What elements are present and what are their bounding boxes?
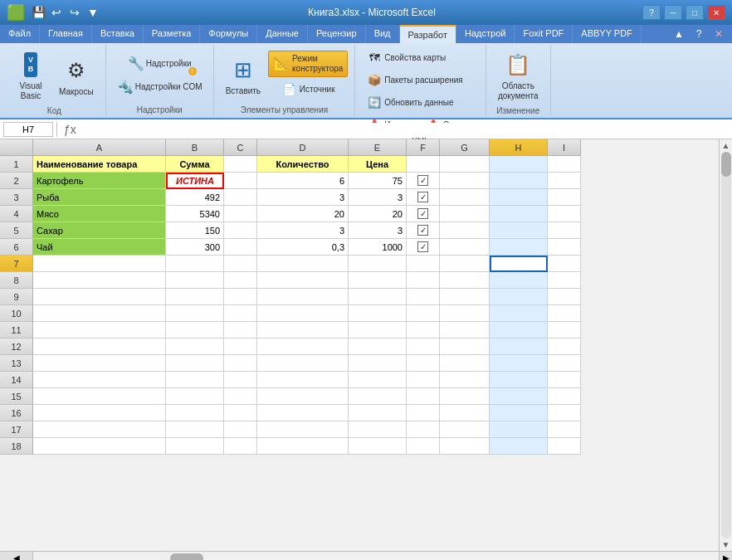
tab-view[interactable]: Вид [366,25,400,43]
cell-g6[interactable] [440,239,490,256]
cell-i1[interactable] [548,156,581,173]
cell-g3[interactable] [440,189,490,206]
cell-a2[interactable]: Картофель [33,173,166,189]
cell-e8[interactable] [349,272,407,289]
tab-data[interactable]: Данные [257,25,308,43]
close-ribbon[interactable]: ✕ [710,26,727,42]
tab-layout[interactable]: Разметка [144,25,201,43]
cell-e5[interactable]: 3 [349,222,407,239]
cell-e6[interactable]: 1000 [349,239,407,256]
cell-h2[interactable] [490,173,548,189]
customize-button[interactable]: ▼ [85,4,101,21]
row-num-18[interactable]: 18 [0,438,33,455]
scroll-up-arrow[interactable]: ▲ [722,141,730,150]
checkbox-f2[interactable] [417,175,428,186]
cell-a1[interactable]: Наименование товара [33,156,166,173]
cell-f3[interactable] [407,189,440,206]
ribbon-toggle[interactable]: ▲ [671,26,687,42]
com-addons-button[interactable]: 🔩 Надстройки COM [113,76,207,98]
cell-i4[interactable] [548,206,581,222]
map-props-button[interactable]: 🗺 Свойства карты [362,46,450,68]
scroll-thumb[interactable] [721,152,731,177]
cell-f2[interactable] [407,173,440,189]
cell-i7[interactable] [548,256,581,272]
col-header-d[interactable]: D [257,139,349,156]
cell-g1[interactable] [440,156,490,173]
cell-b3[interactable]: 492 [166,189,224,206]
row-num-7[interactable]: 7 [0,256,33,272]
cell-reference-input[interactable] [3,122,53,137]
tab-review[interactable]: Рецензир [308,25,366,43]
tab-formulas[interactable]: Формулы [200,25,257,43]
cell-a6[interactable]: Чай [33,239,166,256]
row-num-5[interactable]: 5 [0,222,33,239]
cell-d4[interactable]: 20 [257,206,349,222]
cell-f8[interactable] [407,272,440,289]
row-num-2[interactable]: 2 [0,173,33,189]
cell-g4[interactable] [440,206,490,222]
cell-h6[interactable] [490,239,548,256]
cell-b7[interactable] [166,256,224,272]
tab-developer[interactable]: Разработ [400,25,456,43]
cell-d3[interactable]: 3 [257,189,349,206]
col-header-h[interactable]: H [490,139,548,156]
tab-file[interactable]: Файл [0,25,40,43]
cell-g7[interactable] [440,256,490,272]
cell-b4[interactable]: 5340 [166,206,224,222]
row-num-3[interactable]: 3 [0,189,33,206]
scroll-left-arrow[interactable]: ◀ [0,552,33,560]
col-header-e[interactable]: E [349,139,407,156]
cell-f7[interactable] [407,256,440,272]
tab-insert[interactable]: Вставка [92,25,144,43]
tab-foxit[interactable]: Foxit PDF [515,25,573,43]
cell-b8[interactable] [166,272,224,289]
cell-c6[interactable] [224,239,257,256]
cell-b2[interactable]: ИСТИНА [166,173,224,189]
cell-f1[interactable] [407,156,440,173]
cell-c5[interactable] [224,222,257,239]
cell-c4[interactable] [224,206,257,222]
cell-i8[interactable] [548,272,581,289]
row-num-6[interactable]: 6 [0,239,33,256]
redo-button[interactable]: ↪ [66,4,83,21]
design-mode-button[interactable]: 📐 Режимконструктора [268,51,348,77]
cell-d7[interactable] [257,256,349,272]
tab-home[interactable]: Главная [40,25,92,43]
cell-b1[interactable]: Сумма [166,156,224,173]
grid-scroll[interactable]: A B C D E F G H I 1 Наименование товара … [0,139,719,551]
cell-c1[interactable] [224,156,257,173]
addons-button[interactable]: 🔧 Надстройки ! [124,53,196,75]
row-num-11[interactable]: 11 [0,322,33,338]
row-num-17[interactable]: 17 [0,421,33,438]
cell-h5[interactable] [490,222,548,239]
row-num-16[interactable]: 16 [0,405,33,421]
insert-control-button[interactable]: ⊞ Вставить [221,51,266,99]
cell-b5[interactable]: 150 [166,222,224,239]
cell-e2[interactable]: 75 [349,173,407,189]
cell-c2[interactable] [224,173,257,189]
col-header-g[interactable]: G [440,139,490,156]
cell-d1[interactable]: Количество [257,156,349,173]
tab-addins[interactable]: Надстрой [456,25,515,43]
cell-f6[interactable] [407,239,440,256]
col-header-b[interactable]: B [166,139,224,156]
scroll-down-arrow[interactable]: ▼ [722,540,730,549]
minimize-button[interactable]: ─ [664,5,682,20]
cell-i5[interactable] [548,222,581,239]
cell-d6[interactable]: 0,3 [257,239,349,256]
cell-a3[interactable]: Рыба [33,189,166,206]
ext-packs-button[interactable]: 📦 Пакеты расширения [362,69,466,90]
col-header-i[interactable]: I [548,139,581,156]
cell-i2[interactable] [548,173,581,189]
row-num-13[interactable]: 13 [0,355,33,372]
restore-button[interactable]: □ [686,5,704,20]
visual-basic-button[interactable]: VB VisualBasic [10,46,51,105]
row-num-8[interactable]: 8 [0,272,33,289]
source-button[interactable]: 📄 Источник [268,79,348,100]
cell-e7[interactable] [349,256,407,272]
cell-g2[interactable] [440,173,490,189]
h-scroll-thumb[interactable] [170,553,203,560]
cell-h1[interactable] [490,156,548,173]
cell-f5[interactable] [407,222,440,239]
row-num-14[interactable]: 14 [0,372,33,388]
